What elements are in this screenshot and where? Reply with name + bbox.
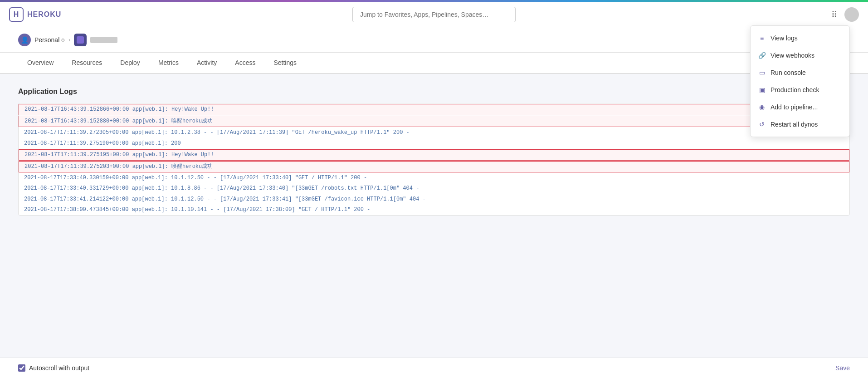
dropdown-menu: ≡ View logs 🔗 View webhooks ▭ Run consol… bbox=[750, 25, 850, 137]
breadcrumb: 👤 Personal ◇ › bbox=[18, 34, 117, 46]
nav-tabs: Overview Resources Deploy Metrics Activi… bbox=[0, 53, 868, 74]
tab-activity[interactable]: Activity bbox=[188, 53, 226, 74]
search-container bbox=[352, 7, 516, 22]
log-line: 2021-08-17T17:11:39.272305+00:00 app[web… bbox=[19, 128, 849, 138]
tab-deploy[interactable]: Deploy bbox=[111, 53, 149, 74]
dropdown-label-add-pipeline: Add to pipeline... bbox=[770, 103, 818, 111]
avatar[interactable] bbox=[844, 7, 859, 22]
brand-name: HEROKU bbox=[27, 10, 61, 19]
autoscroll-label: Autoscroll with output bbox=[29, 364, 89, 370]
webhooks-icon: 🔗 bbox=[758, 51, 766, 59]
autoscroll-container: Autoscroll with output bbox=[18, 364, 89, 370]
console-icon: ▭ bbox=[758, 69, 766, 77]
dropdown-item-production-check[interactable]: ▣ Production check bbox=[751, 81, 849, 98]
tab-settings[interactable]: Settings bbox=[264, 53, 306, 74]
pipeline-icon: ◉ bbox=[758, 103, 766, 111]
log-line: 2021-08-17T17:33:40.330159+00:00 app[web… bbox=[19, 173, 849, 183]
user-icon: 👤 bbox=[18, 34, 31, 46]
dropdown-label-restart-dynos: Restart all dynos bbox=[770, 121, 818, 128]
dropdown-label-production-check: Production check bbox=[770, 86, 819, 93]
heroku-logo: H HEROKU bbox=[9, 7, 61, 22]
log-line: 2021-08-17T17:38:00.473845+00:00 app[web… bbox=[19, 205, 849, 215]
log-line: 2021-08-17T17:11:39.275190+00:00 app[web… bbox=[19, 138, 849, 149]
dropdown-item-run-console[interactable]: ▭ Run console bbox=[751, 64, 849, 81]
log-line: 2021-08-17T16:43:39.152880+00:00 app[web… bbox=[19, 116, 849, 127]
dropdown-label-run-console: Run console bbox=[770, 69, 806, 76]
logo-box: H bbox=[9, 7, 24, 22]
search-input[interactable] bbox=[352, 7, 516, 22]
section-title: Application Logs bbox=[18, 88, 850, 96]
log-line: 2021-08-17T17:11:39.275195+00:00 app[web… bbox=[19, 149, 849, 161]
dropdown-item-add-pipeline[interactable]: ◉ Add to pipeline... bbox=[751, 98, 849, 116]
grid-icon[interactable]: ⠿ bbox=[831, 10, 837, 20]
gradient-bar bbox=[0, 0, 868, 2]
dropdown-item-view-webhooks[interactable]: 🔗 View webhooks bbox=[751, 47, 849, 64]
dropdown-label-view-webhooks: View webhooks bbox=[770, 52, 814, 59]
tab-resources[interactable]: Resources bbox=[63, 53, 111, 74]
tab-access[interactable]: Access bbox=[226, 53, 264, 74]
app-name bbox=[90, 37, 117, 43]
personal-chevron: ◇ bbox=[61, 37, 65, 42]
dropdown-item-view-logs[interactable]: ≡ View logs bbox=[751, 29, 849, 47]
subheader: 👤 Personal ◇ › ☆ Open app More ∨ bbox=[0, 27, 868, 53]
log-footer: Autoscroll with output Save bbox=[0, 358, 868, 370]
dropdown-label-view-logs: View logs bbox=[770, 34, 798, 42]
log-line: 2021-08-17T17:33:40.331729+00:00 app[web… bbox=[19, 183, 849, 194]
topnav: H HEROKU ⠿ bbox=[0, 2, 868, 27]
tab-overview[interactable]: Overview bbox=[18, 53, 63, 74]
tab-metrics[interactable]: Metrics bbox=[149, 53, 188, 74]
restart-icon: ↺ bbox=[758, 120, 766, 128]
logs-icon: ≡ bbox=[758, 34, 766, 42]
dropdown-item-restart-dynos[interactable]: ↺ Restart all dynos bbox=[751, 116, 849, 133]
breadcrumb-personal[interactable]: Personal ◇ bbox=[34, 36, 65, 44]
log-line: 2021-08-17T17:11:39.275203+00:00 app[web… bbox=[19, 161, 849, 172]
breadcrumb-separator: › bbox=[68, 37, 70, 43]
autoscroll-checkbox[interactable] bbox=[18, 364, 25, 370]
save-link[interactable]: Save bbox=[835, 364, 850, 370]
log-area: 2021-08-17T16:43:39.152866+00:00 app[web… bbox=[18, 103, 850, 216]
check-icon: ▣ bbox=[758, 86, 766, 94]
app-icon bbox=[74, 34, 87, 46]
log-line: 2021-08-17T16:43:39.152866+00:00 app[web… bbox=[19, 104, 849, 115]
log-line: 2021-08-17T17:33:41.214122+00:00 app[web… bbox=[19, 194, 849, 205]
topnav-right: ⠿ bbox=[831, 7, 859, 22]
main-content: Application Logs 2021-08-17T16:43:39.152… bbox=[0, 74, 868, 370]
